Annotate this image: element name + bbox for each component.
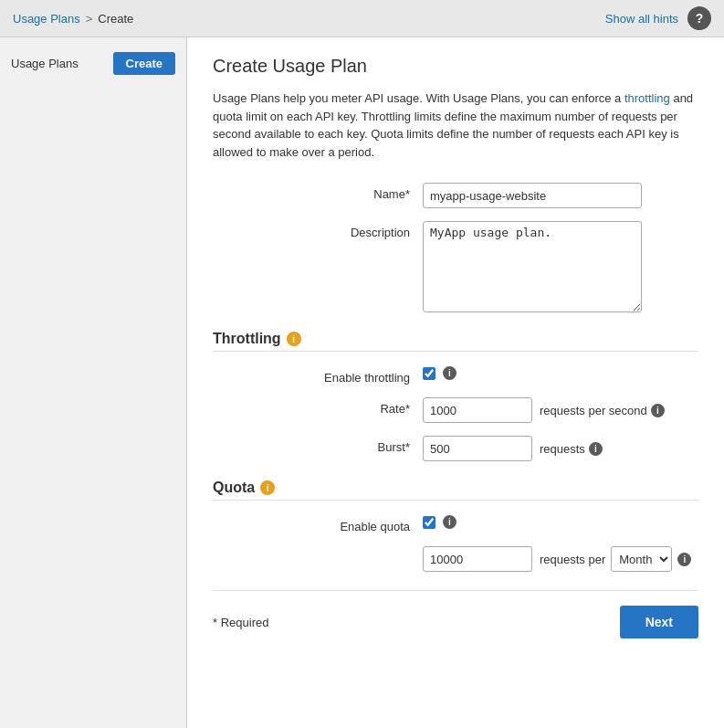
throttling-divider	[213, 351, 698, 352]
breadcrumb-parent[interactable]: Usage Plans	[13, 12, 80, 26]
rate-input[interactable]: 1000	[423, 397, 532, 423]
description-label: Description	[213, 221, 423, 239]
sidebar-title: Usage Plans	[11, 57, 79, 70]
required-note: * Required	[213, 616, 268, 629]
burst-unit: requests i	[540, 442, 603, 456]
sidebar-create-button[interactable]: Create	[113, 52, 175, 75]
enable-throttling-row: Enable throttling i	[213, 366, 698, 385]
sidebar-header: Usage Plans Create	[0, 48, 186, 86]
quota-input-row: 10000 requests per Day Week Month i	[423, 546, 691, 572]
breadcrumb-current: Create	[98, 12, 133, 26]
content-area: Create Usage Plan Usage Plans help you m…	[187, 37, 724, 728]
throttling-section-header: Throttling i	[213, 331, 698, 347]
next-button[interactable]: Next	[620, 606, 698, 638]
enable-quota-info-icon[interactable]: i	[443, 515, 456, 529]
burst-row: Burst* 500 requests i	[213, 436, 698, 461]
help-button[interactable]: ?	[687, 6, 711, 30]
top-bar: Usage Plans > Create Show all hints ?	[0, 0, 724, 37]
quota-period-info-icon[interactable]: i	[677, 553, 691, 566]
breadcrumb-separator: >	[86, 12, 93, 26]
description-row: Description MyApp usage plan.	[213, 221, 698, 312]
throttling-link[interactable]: throttling	[624, 91, 670, 105]
breadcrumb: Usage Plans > Create	[13, 12, 133, 26]
name-input[interactable]: myapp-usage-website	[423, 183, 642, 208]
quota-value-row: 10000 requests per Day Week Month i	[213, 546, 698, 572]
description-input[interactable]: MyApp usage plan.	[423, 221, 642, 312]
throttling-title: Throttling	[213, 331, 281, 347]
quota-input[interactable]: 10000	[423, 546, 532, 572]
rate-label: Rate*	[213, 397, 423, 416]
burst-info-icon[interactable]: i	[589, 442, 603, 456]
burst-input-row: 500 requests i	[423, 436, 603, 461]
enable-throttling-checkbox[interactable]	[423, 367, 435, 380]
rate-input-row: 1000 requests per second i	[423, 397, 665, 423]
enable-throttling-checkbox-row: i	[423, 366, 456, 380]
page-title: Create Usage Plan	[213, 56, 698, 77]
name-label: Name*	[213, 183, 423, 201]
main-layout: Usage Plans Create Create Usage Plan Usa…	[0, 37, 724, 728]
rate-info-icon[interactable]: i	[651, 404, 665, 417]
quota-period-select[interactable]: Day Week Month	[611, 546, 672, 572]
sidebar: Usage Plans Create	[0, 37, 187, 728]
enable-quota-checkbox-row: i	[423, 515, 456, 529]
enable-throttling-info-icon[interactable]: i	[443, 366, 456, 380]
burst-input[interactable]: 500	[423, 436, 532, 461]
quota-section-header: Quota i	[213, 480, 698, 496]
footer: * Required Next	[213, 590, 698, 642]
quota-unit-prefix: requests per	[540, 553, 605, 566]
quota-divider	[213, 500, 698, 501]
quota-info-icon[interactable]: i	[260, 480, 275, 495]
burst-label: Burst*	[213, 436, 423, 454]
name-row: Name* myapp-usage-website	[213, 183, 698, 208]
throttling-info-icon[interactable]: i	[287, 332, 301, 346]
top-bar-right: Show all hints ?	[605, 6, 711, 30]
enable-throttling-label: Enable throttling	[213, 366, 423, 385]
enable-quota-checkbox[interactable]	[423, 516, 435, 529]
enable-quota-label: Enable quota	[213, 515, 423, 533]
rate-unit: requests per second i	[540, 404, 665, 417]
rate-row: Rate* 1000 requests per second i	[213, 397, 698, 423]
quota-title: Quota	[213, 480, 255, 496]
enable-quota-row: Enable quota i	[213, 515, 698, 533]
show-all-hints-button[interactable]: Show all hints	[605, 12, 678, 26]
quota-value-label	[213, 546, 423, 551]
description-text: Usage Plans help you meter API usage. Wi…	[213, 90, 698, 161]
